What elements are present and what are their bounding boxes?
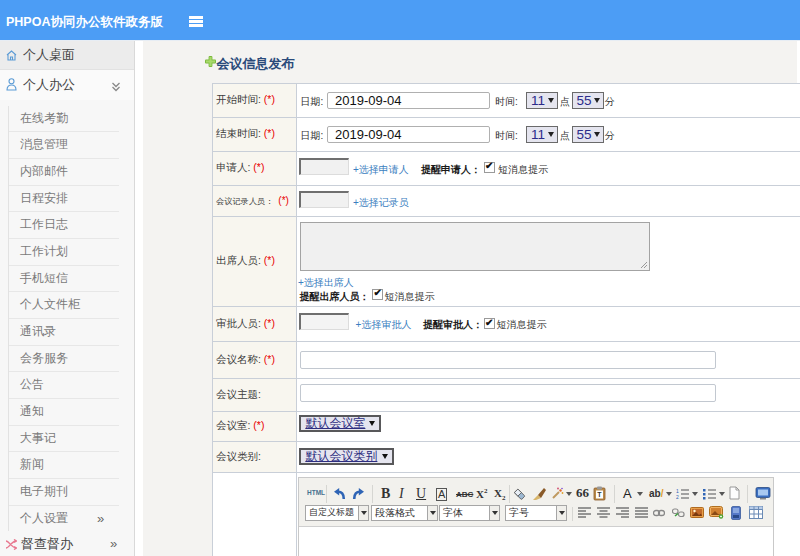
svg-text:2: 2 [676,494,679,500]
svg-text:T: T [597,491,602,498]
svg-text:1: 1 [676,488,679,494]
